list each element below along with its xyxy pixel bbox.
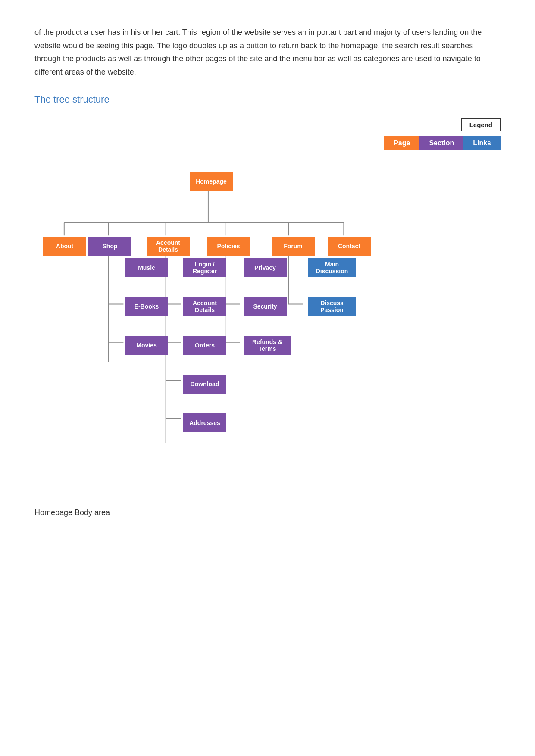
tree-diagram: Homepage About Shop Account Details Poli…: [34, 168, 501, 504]
legend-links: Links: [463, 136, 501, 150]
node-about: About: [43, 237, 86, 256]
legend-title: Legend: [461, 118, 501, 131]
node-security: Security: [244, 297, 287, 316]
node-privacy: Privacy: [244, 258, 287, 277]
legend-container: Legend: [34, 118, 501, 131]
node-homepage: Homepage: [190, 172, 233, 191]
node-login-register: Login / Register: [183, 258, 226, 277]
node-refunds-terms: Refunds & Terms: [244, 336, 291, 355]
node-contact: Contact: [328, 237, 371, 256]
node-discuss-passion: Discuss Passion: [308, 297, 356, 316]
node-download: Download: [183, 375, 226, 394]
node-addresses: Addresses: [183, 413, 226, 432]
node-shop: Shop: [88, 237, 131, 256]
section-heading: The tree structure: [34, 94, 501, 105]
intro-text: of the product a user has in his or her …: [34, 26, 501, 78]
node-forum: Forum: [272, 237, 315, 256]
node-policies: Policies: [207, 237, 250, 256]
node-account-details-mid: Account Details: [183, 297, 226, 316]
node-main-discussion: Main Discussion: [308, 258, 356, 277]
node-orders: Orders: [183, 336, 226, 355]
legend-page: Page: [384, 136, 419, 150]
caption-text: Homepage Body area: [34, 508, 501, 517]
node-account-details-top: Account Details: [147, 237, 190, 256]
node-ebooks: E-Books: [125, 297, 168, 316]
node-movies: Movies: [125, 336, 168, 355]
legend-items: Page Section Links: [34, 136, 501, 150]
node-music: Music: [125, 258, 168, 277]
legend-section: Section: [419, 136, 463, 150]
